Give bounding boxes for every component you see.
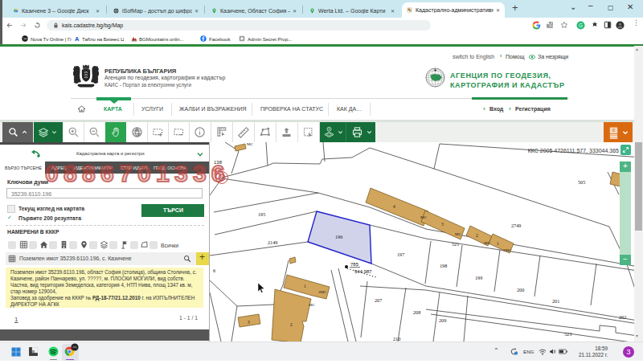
svg-text:МС: МС (420, 215, 427, 219)
svg-text:200: 200 (517, 287, 524, 292)
svg-text:195: 195 (258, 211, 265, 217)
svg-text:544.987: 544.987 (354, 269, 372, 274)
svg-text:МС: МС (455, 232, 461, 236)
svg-text:196: 196 (335, 234, 342, 239)
svg-text:2МС: 2МС (503, 248, 512, 252)
svg-text:1: 1 (304, 284, 306, 288)
svg-text:G: G (579, 22, 583, 28)
svg-text:207: 207 (375, 297, 382, 303)
svg-text:6: 6 (213, 268, 215, 273)
svg-text:505: 505 (578, 179, 585, 185)
svg-text:2749: 2749 (511, 223, 521, 228)
svg-text:209: 209 (439, 317, 446, 323)
svg-text:208: 208 (413, 309, 420, 315)
svg-text:201: 201 (552, 298, 559, 304)
svg-text:2149: 2149 (268, 239, 277, 245)
svg-text:МС: МС (484, 241, 490, 245)
svg-text:198: 198 (440, 263, 447, 268)
svg-text:ЗМС: ЗМС (318, 290, 327, 294)
svg-text:МС: МС (309, 303, 315, 307)
svg-text:4: 4 (393, 204, 395, 209)
svg-text:785: 785 (350, 262, 359, 267)
svg-text:199: 199 (475, 275, 482, 280)
svg-text:3: 3 (441, 222, 444, 227)
svg-text:ККС 2005 4726111.577, 333044.3: ККС 2005 4726111.577, 333044.365 (528, 148, 619, 153)
svg-text:1: 1 (497, 241, 499, 246)
svg-text:523: 523 (564, 331, 571, 337)
svg-text:2: 2 (476, 233, 478, 238)
svg-text:МС: МС (247, 142, 253, 146)
svg-text:210: 210 (393, 336, 400, 342)
svg-text:521: 521 (452, 241, 459, 247)
svg-text:3: 3 (248, 320, 250, 325)
svg-text:2: 2 (290, 322, 293, 327)
svg-text:197: 197 (397, 252, 404, 257)
svg-text:202: 202 (619, 314, 626, 320)
